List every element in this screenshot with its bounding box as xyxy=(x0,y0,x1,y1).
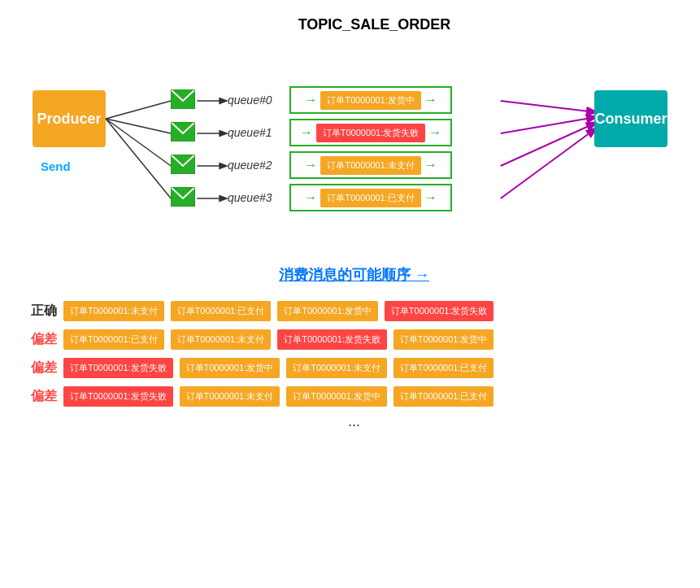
order-row-0: 正确 订单T0000001:未支付 订单T0000001:已支付 订单T0000… xyxy=(24,301,684,321)
queue-msg-2: 订单T0000001:未支付 xyxy=(320,156,421,175)
queue-row-2: queue#2 → 订单T0000001:未支付 → xyxy=(228,151,452,179)
send-label: Send xyxy=(41,159,71,173)
svg-line-10 xyxy=(501,123,596,166)
svg-line-11 xyxy=(501,128,596,198)
queue-msg-0: 订单T0000001:发货中 xyxy=(320,91,421,110)
row-2-msg-1: 订单T0000001:发货中 xyxy=(180,358,280,378)
row-label-2: 偏差 xyxy=(24,359,57,377)
order-row-1: 偏差 订单T0000001:已支付 订单T0000001:未支付 订单T0000… xyxy=(24,329,684,350)
row-label-1: 偏差 xyxy=(24,331,57,348)
row-2-msg-3: 订单T0000001:已支付 xyxy=(393,358,494,378)
topic-title: TOPIC_SALE_ORDER xyxy=(65,16,684,33)
consumer-label: Consumer xyxy=(594,111,667,128)
queue-label-2: queue#2 xyxy=(228,159,285,172)
envelope-3 xyxy=(171,187,195,210)
svg-line-9 xyxy=(501,117,596,133)
row-3-msg-3: 订单T0000001:已支付 xyxy=(393,386,494,407)
section-title: 消费消息的可能顺序 → xyxy=(24,265,684,285)
row-1-msg-1: 订单T0000001:未支付 xyxy=(171,329,272,350)
queue-row-0: queue#0 → 订单T0000001:发货中 → xyxy=(228,86,452,114)
order-row-2: 偏差 订单T0000001:发货失败 订单T0000001:发货中 订单T000… xyxy=(24,358,684,378)
consumer-box: Consumer xyxy=(594,90,667,147)
row-label-3: 偏差 xyxy=(24,388,57,405)
row-0-msg-1: 订单T0000001:已支付 xyxy=(171,301,272,321)
queue-row-3: queue#3 → 订单T0000001:已支付 → xyxy=(228,184,452,211)
queue-label-0: queue#0 xyxy=(228,94,285,107)
row-2-msg-0: 订单T0000001:发货失败 xyxy=(63,358,173,378)
ellipsis: ... xyxy=(24,413,684,430)
row-0-msg-3: 订单T0000001:发货失败 xyxy=(385,301,494,321)
order-row-3: 偏差 订单T0000001:发货失败 订单T0000001:未支付 订单T000… xyxy=(24,386,684,407)
envelope-1 xyxy=(171,122,195,145)
svg-line-8 xyxy=(501,101,596,112)
svg-line-0 xyxy=(106,101,171,119)
envelope-0 xyxy=(171,89,195,112)
queue-msg-1: 订单T0000001:发货失败 xyxy=(316,124,426,142)
row-1-msg-0: 订单T0000001:已支付 xyxy=(63,329,164,350)
queue-row-1: queue#1 → 订单T0000001:发货失败 → xyxy=(228,119,452,146)
row-0-msg-0: 订单T0000001:未支付 xyxy=(63,301,164,321)
row-2-msg-2: 订单T0000001:未支付 xyxy=(286,358,387,378)
svg-line-1 xyxy=(106,119,171,133)
row-3-msg-0: 订单T0000001:发货失败 xyxy=(63,386,173,407)
row-0-msg-2: 订单T0000001:发货中 xyxy=(277,301,378,321)
svg-line-2 xyxy=(106,119,171,166)
envelope-2 xyxy=(171,155,195,177)
row-1-msg-3: 订单T0000001:发货中 xyxy=(393,329,494,350)
queue-label-3: queue#3 xyxy=(228,191,285,204)
row-label-0: 正确 xyxy=(24,303,57,320)
row-1-msg-2: 订单T0000001:发货失败 xyxy=(277,329,387,350)
producer-label: Producer xyxy=(37,111,101,128)
svg-line-3 xyxy=(106,119,171,198)
main-container: TOPIC_SALE_ORDER Producer Send xyxy=(0,0,700,588)
queue-msg-3: 订单T0000001:已支付 xyxy=(320,189,421,207)
order-rows: 正确 订单T0000001:未支付 订单T0000001:已支付 订单T0000… xyxy=(24,301,684,407)
row-3-msg-2: 订单T0000001:发货中 xyxy=(286,386,387,407)
row-3-msg-1: 订单T0000001:未支付 xyxy=(180,386,280,407)
queue-label-1: queue#1 xyxy=(228,126,285,139)
bottom-section: 消费消息的可能顺序 → 正确 订单T0000001:未支付 订单T0000001… xyxy=(24,265,684,430)
producer-box: Producer xyxy=(33,90,106,147)
